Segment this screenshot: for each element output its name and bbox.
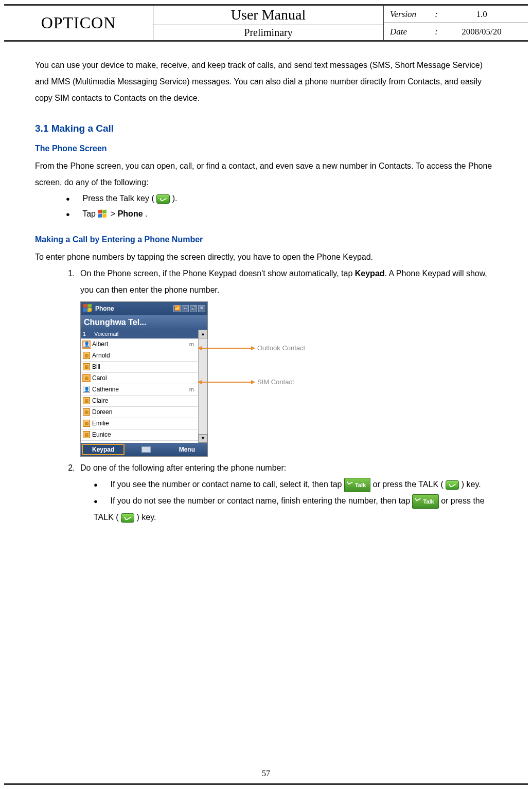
document-header: OPTICON User Manual Preliminary Version … xyxy=(4,6,528,42)
network-icon: ↔ xyxy=(182,305,189,312)
intro-paragraph: You can use your device to make, receive… xyxy=(35,57,497,106)
softkey-menu[interactable]: Menu xyxy=(167,443,207,456)
version-value: 1.0 xyxy=(441,9,522,20)
subsection-phone-screen: The Phone Screen xyxy=(35,140,497,157)
date-value: 2008/05/20 xyxy=(441,27,522,37)
phone-title-bar: Phone 📶 ↔ 🔊 ✕ xyxy=(81,302,207,315)
phone-screenshot: Phone 📶 ↔ 🔊 ✕ Chunghwa Tel... xyxy=(80,301,208,457)
volume-icon: 🔊 xyxy=(190,305,197,312)
list-item[interactable]: ▦Emilie xyxy=(81,418,198,429)
list-item[interactable]: ▦Eunice xyxy=(81,429,198,441)
step-2-bullet-2: If you do not see the number or contact … xyxy=(94,493,497,526)
sim-contact-icon: ▦ xyxy=(83,420,90,427)
doc-title: User Manual xyxy=(153,6,383,25)
doc-subtitle: Preliminary xyxy=(153,25,383,40)
list-item[interactable]: ▦Bill xyxy=(81,362,198,373)
arrow-right-icon xyxy=(251,380,255,384)
talk-button-icon: Talk xyxy=(344,478,370,492)
close-icon[interactable]: ✕ xyxy=(198,305,205,312)
sim-contact-icon: ▦ xyxy=(83,397,90,404)
scroll-up-icon[interactable]: ▲ xyxy=(199,330,207,338)
list-header-voicemail[interactable]: 1 Voicemail xyxy=(81,330,198,339)
list-item[interactable]: ▦Claire xyxy=(81,396,198,407)
keyboard-icon xyxy=(141,446,151,453)
sim-contact-icon: ▦ xyxy=(83,363,90,370)
list-item[interactable]: 👤Albertm xyxy=(81,339,198,350)
section-heading-3-1: 3.1 Making a Call xyxy=(35,119,497,138)
signal-icon: 📶 xyxy=(173,305,181,312)
outlook-contact-icon: 👤 xyxy=(83,340,90,348)
talk-key-icon xyxy=(156,194,170,204)
talk-key-icon xyxy=(446,480,459,490)
annotation-outlook: Outlook Contact xyxy=(198,342,305,355)
sim-contact-icon: ▦ xyxy=(83,408,90,416)
version-label: Version xyxy=(390,9,431,20)
date-label: Date xyxy=(390,27,431,37)
annotation-sim: SIM Contact xyxy=(198,375,294,389)
start-icon[interactable] xyxy=(83,304,93,313)
sim-contact-icon: ▦ xyxy=(83,352,90,359)
list-item[interactable]: ▦Arnold xyxy=(81,350,198,362)
step-2-bullet-1: If you see the number or contact name to… xyxy=(94,476,497,493)
outlook-contact-icon: 👤 xyxy=(83,386,90,393)
scroll-down-icon[interactable]: ▼ xyxy=(199,434,207,443)
softkey-keypad[interactable]: Keypad xyxy=(82,444,125,455)
windows-start-icon xyxy=(98,210,108,219)
bullet-tap-phone: Tap > Phone . xyxy=(66,206,497,222)
talk-button-icon: Talk xyxy=(412,494,438,509)
softkey-keyboard-icon[interactable] xyxy=(126,443,166,456)
phone-screen-text: From the Phone screen, you can open, cal… xyxy=(35,158,497,191)
bullet-press-talk: Press the Talk key ( ). xyxy=(66,191,497,206)
talk-key-icon xyxy=(121,513,134,523)
making-call-intro: To enter phone numbers by tapping the sc… xyxy=(35,249,497,265)
subsection-making-call-number: Making a Call by Entering a Phone Number xyxy=(35,231,497,248)
list-item[interactable]: ▦Carol xyxy=(81,373,198,384)
step-1: On the Phone screen, if the Phone Keypad… xyxy=(77,265,497,457)
brand: OPTICON xyxy=(4,6,153,40)
step-2: Do one of the following after entering t… xyxy=(77,460,497,526)
app-title: Phone xyxy=(95,305,171,312)
list-item[interactable]: 👤Catherinem xyxy=(81,384,198,396)
list-item[interactable]: ▦Doreen xyxy=(81,407,198,418)
carrier-label: Chunghwa Tel... xyxy=(81,315,207,330)
sim-contact-icon: ▦ xyxy=(83,374,90,382)
sim-contact-icon: ▦ xyxy=(83,431,90,438)
arrow-right-icon xyxy=(251,346,255,350)
page-number: 57 xyxy=(4,769,528,778)
contact-list[interactable]: 1 Voicemail 👤Albertm ▦Arnold ▦Bill ▦Caro… xyxy=(81,330,198,443)
